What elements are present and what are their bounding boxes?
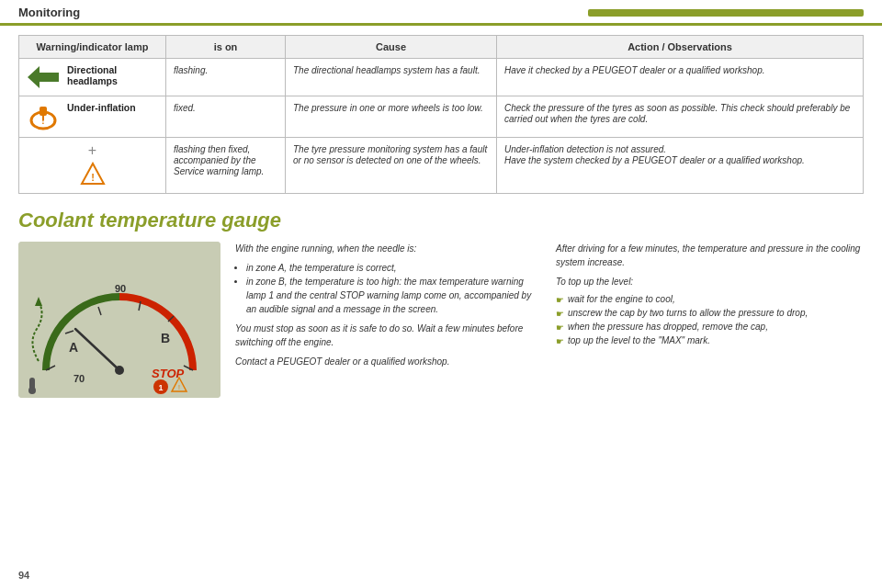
page-title: Monitoring [18, 6, 588, 19]
svg-text:1: 1 [158, 383, 163, 392]
table-header-row: Warning/indicator lamp is on Cause Actio… [19, 36, 864, 59]
list-item: ☛ unscrew the cap by two turns to allow … [556, 308, 864, 319]
action-text-directional: Have it checked by a PEUGEOT dealer or a… [504, 65, 764, 75]
coolant-title: Coolant temperature gauge [18, 209, 864, 232]
warning-table: Warning/indicator lamp is on Cause Actio… [18, 35, 864, 194]
inflation-icon: ! [27, 102, 60, 131]
ison-text-directional: flashing. [174, 65, 208, 75]
svg-text:B: B [161, 331, 170, 345]
coolant-col-left: With the engine running, when the needle… [235, 242, 543, 398]
svg-rect-2 [40, 107, 47, 116]
action-text-inflation-triangle: Under-inflation detection is not assured… [504, 144, 805, 165]
lamp-cell-directional: Directionalheadlamps [19, 59, 166, 96]
lamp-label-inflation: Under-inflation [67, 102, 136, 113]
plus-sign: + [88, 143, 96, 158]
col-header-cause: Cause [286, 36, 497, 59]
coolant-text-area: With the engine running, when the needle… [235, 242, 864, 398]
ison-cell-directional: flashing. [166, 59, 286, 96]
cause-cell-directional: The directional headlamps system has a f… [286, 59, 497, 96]
action-cell-directional: Have it checked by a PEUGEOT dealer or a… [497, 59, 864, 96]
svg-text:!: ! [178, 384, 180, 390]
list-item: ☛ wait for the engine to cool, [556, 294, 864, 305]
list-item: ☛ top up the level to the "MAX" mark. [556, 335, 864, 346]
action-cell-inflation: Check the pressure of the tyres as soon … [497, 96, 864, 138]
lamp-cell-inflation-triangle: + ! [19, 138, 166, 194]
directional-icon [27, 64, 60, 90]
col-header-ison: is on [166, 36, 286, 59]
arrow-icon: ☛ [556, 309, 564, 319]
ison-text-inflation-triangle: flashing then fixed, accompanied by the … [174, 144, 264, 176]
page-header: Monitoring [0, 0, 882, 26]
list-item: ☛ when the pressure has dropped, remove … [556, 322, 864, 333]
action-text-inflation: Check the pressure of the tyres as soon … [504, 103, 850, 124]
bullet-text: wait for the engine to cool, [568, 294, 675, 304]
main-content: Warning/indicator lamp is on Cause Actio… [0, 26, 882, 407]
table-row: ! Under-inflation fixed. The pressure in… [19, 96, 864, 138]
svg-marker-0 [28, 66, 59, 88]
svg-text:70: 70 [74, 373, 85, 384]
table-row: + ! flashing then fixed, accompanied by … [19, 138, 864, 194]
page-number: 94 [18, 570, 29, 581]
svg-text:A: A [69, 340, 78, 355]
cause-text-inflation-triangle: The tyre pressure monitoring system has … [293, 144, 487, 165]
svg-text:!: ! [91, 172, 95, 183]
header-accent-bar [588, 9, 864, 17]
ison-cell-inflation-triangle: flashing then fixed, accompanied by the … [166, 138, 286, 194]
cause-text-inflation: The pressure in one or more wheels is to… [293, 103, 483, 113]
col-header-lamp: Warning/indicator lamp [19, 36, 166, 59]
lamp-label-directional: Directionalheadlamps [67, 64, 118, 86]
triangle-icon: ! [80, 162, 106, 187]
list-item: in zone B, the temperature is too high: … [246, 275, 543, 316]
svg-text:!: ! [41, 116, 44, 126]
coolant-bullets-1: in zone A, the temperature is correct, i… [235, 261, 543, 316]
cause-text-directional: The directional headlamps system has a f… [293, 65, 480, 75]
coolant-p2: You must stop as soon as it is safe to d… [235, 322, 543, 349]
arrow-icon: ☛ [556, 295, 564, 305]
coolant-p5: To top up the level: [556, 275, 864, 288]
svg-point-15 [115, 366, 124, 375]
ison-cell-inflation: fixed. [166, 96, 286, 138]
coolant-col-right: After driving for a few minutes, the tem… [556, 242, 864, 398]
coolant-arrow-bullets: ☛ wait for the engine to cool, ☛ unscrew… [556, 294, 864, 346]
svg-point-27 [28, 387, 36, 394]
coolant-p3: Contact a PEUGEOT dealer or a qualified … [235, 355, 543, 368]
coolant-p4: After driving for a few minutes, the tem… [556, 242, 864, 269]
ison-text-inflation: fixed. [174, 103, 196, 113]
arrow-icon: ☛ [556, 322, 564, 333]
list-item: in zone A, the temperature is correct, [246, 261, 543, 275]
coolant-section: Coolant temperature gauge [18, 209, 864, 398]
arrow-icon: ☛ [556, 336, 564, 346]
table-row: Directionalheadlamps flashing. The direc… [19, 59, 864, 96]
bullet-text: unscrew the cap by two turns to allow th… [568, 308, 808, 318]
coolant-p1: With the engine running, when the needle… [235, 242, 543, 255]
bullet-text: when the pressure has dropped, remove th… [568, 322, 768, 332]
cause-cell-inflation-triangle: The tyre pressure monitoring system has … [286, 138, 497, 194]
bullet-text: top up the level to the "MAX" mark. [568, 335, 710, 345]
action-cell-inflation-triangle: Under-inflation detection is not assured… [497, 138, 864, 194]
coolant-gauge-image: 70 90 A B STOP 1 ! [18, 242, 220, 398]
cause-cell-inflation: The pressure in one or more wheels is to… [286, 96, 497, 138]
svg-text:90: 90 [115, 283, 126, 294]
col-header-action: Action / Observations [497, 36, 864, 59]
lamp-cell-inflation: ! Under-inflation [19, 96, 166, 138]
